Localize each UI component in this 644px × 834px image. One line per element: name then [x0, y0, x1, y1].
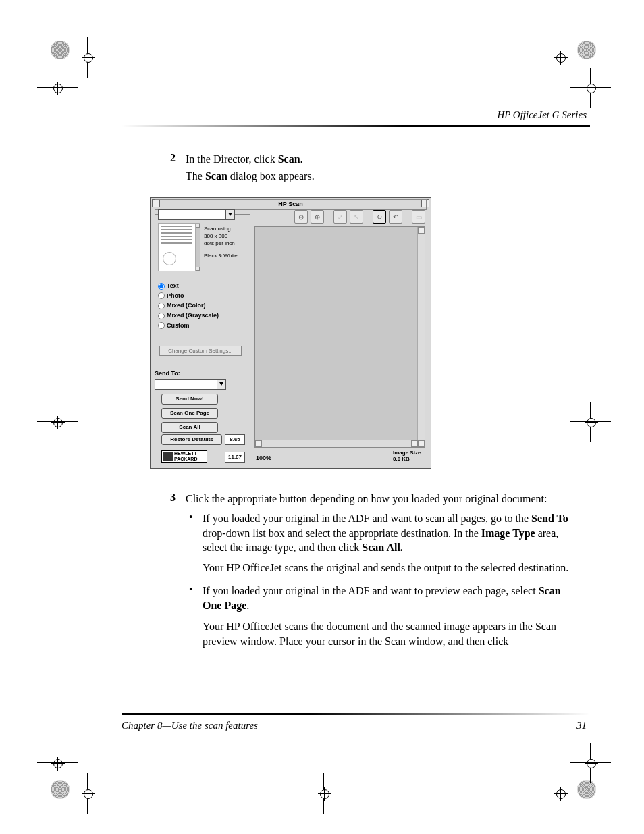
bullet-text: Your HP OfficeJet scans the document and… [203, 619, 576, 648]
crosshair-icon [37, 743, 78, 783]
hp-scan-dialog: HP Scan Image Type Scan using 300 x 300 … [150, 197, 431, 469]
crosshair-icon [37, 68, 78, 108]
regmark-icon [51, 41, 70, 59]
step-text: Click the appropriate button depending o… [186, 492, 576, 506]
hp-logo-icon [163, 452, 173, 461]
tool-icon[interactable]: ⤡ [350, 210, 363, 224]
regmark-icon [577, 41, 596, 59]
change-custom-settings-button[interactable]: Change Custom Settings... [159, 346, 242, 356]
bullet-text: If you loaded your original in the ADF a… [203, 583, 576, 613]
horizontal-scrollbar[interactable] [255, 440, 418, 447]
crosshair-icon [570, 402, 611, 442]
crosshair-icon [570, 68, 611, 108]
radio-mixed-grayscale[interactable] [158, 313, 165, 319]
header-rule [122, 125, 590, 127]
hp-logo: HEWLETT PACKARD [161, 450, 207, 463]
image-type-radios: Text Photo Mixed (Color) Mixed (Grayscal… [158, 280, 219, 332]
radio-custom[interactable] [158, 322, 165, 329]
send-to-label: Send To: [155, 370, 180, 377]
bullet-text: If you loaded your original in the ADF a… [203, 511, 576, 555]
radio-text[interactable] [158, 283, 165, 290]
vertical-scrollbar[interactable] [417, 227, 425, 447]
dialog-titlebar: HP Scan [155, 199, 427, 210]
chevron-down-icon [217, 380, 225, 389]
zoom-out-icon[interactable]: ⊖ [294, 210, 308, 224]
bullet: • [189, 583, 193, 596]
crosshair-icon [570, 743, 611, 783]
bullet-text: Your HP OfficeJet scans the original and… [203, 561, 576, 575]
footer-chapter: Chapter 8—Use the scan features [122, 720, 258, 731]
step-text: The Scan dialog box appears. [186, 169, 576, 184]
header-series: HP OfficeJet G Series [497, 109, 587, 121]
step-text: In the Director, click Scan. [186, 152, 576, 167]
send-now-button[interactable]: Send Now! [161, 394, 218, 405]
crosshair-icon [304, 773, 344, 814]
scan-all-button[interactable]: Scan All [161, 422, 218, 433]
undo-icon[interactable]: ↶ [389, 210, 402, 224]
step-number: 2 [162, 152, 176, 164]
scan-one-page-button[interactable]: Scan One Page [161, 408, 218, 419]
image-size-status: Image Size: 0.0 KB [393, 450, 423, 463]
footer-rule [122, 713, 590, 715]
preview-canvas[interactable] [254, 226, 425, 448]
tool-icon[interactable]: ▭ [412, 210, 425, 224]
footer-page: 31 [576, 720, 587, 731]
width-value: 8.65 [225, 434, 245, 445]
toolbar: ⊖ ⊕ ⤢ ⤡ ↻ ↶ ▭ [294, 210, 425, 224]
preview-thumbnail [158, 223, 196, 271]
thumbnail-scrollbar[interactable] [195, 223, 200, 271]
chevron-down-icon [225, 210, 234, 219]
dialog-title: HP Scan [155, 201, 426, 207]
image-type-group: Scan using 300 x 300 dots per inch Black… [155, 214, 250, 357]
tool-icon[interactable]: ⤢ [333, 210, 347, 224]
height-value: 11.67 [225, 452, 245, 463]
radio-mixed-color[interactable] [158, 303, 165, 309]
crosshair-icon [37, 402, 78, 442]
bullet: • [189, 511, 193, 523]
zoom-status: 100% [256, 454, 271, 461]
scan-info: Scan using 300 x 300 dots per inch Black… [204, 225, 238, 259]
restore-defaults-button[interactable]: Restore Defaults [161, 434, 222, 445]
image-type-dropdown[interactable] [158, 209, 235, 220]
zoom-in-icon[interactable]: ⊕ [311, 210, 324, 224]
send-to-dropdown[interactable] [155, 379, 226, 390]
radio-photo[interactable] [158, 292, 165, 299]
step-number: 3 [162, 492, 176, 504]
rotate-icon[interactable]: ↻ [373, 210, 386, 224]
